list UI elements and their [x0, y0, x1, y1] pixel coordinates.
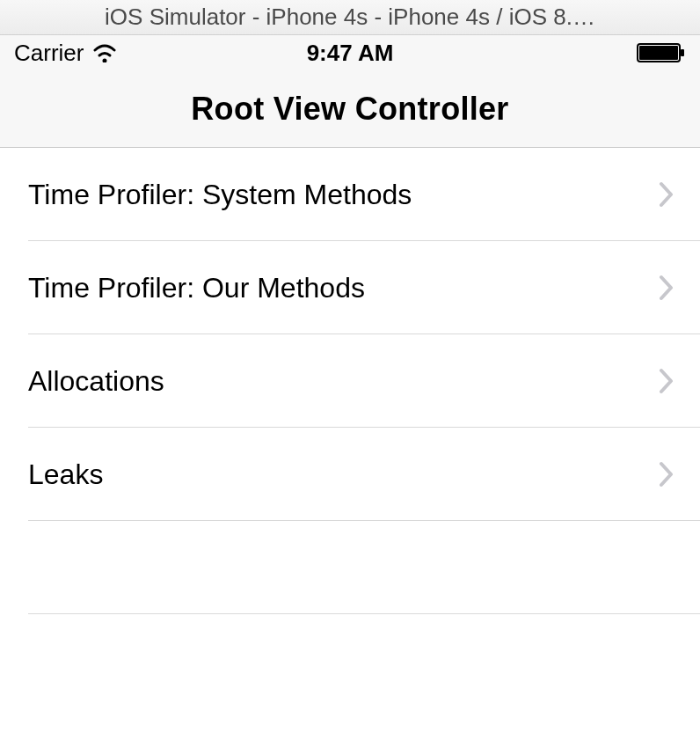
status-time: 9:47 AM: [307, 40, 394, 67]
status-right: [637, 42, 686, 63]
chevron-right-icon: [658, 461, 675, 487]
table-view: Time Profiler: System Methods Time Profi…: [0, 148, 700, 614]
row-time-profiler-system[interactable]: Time Profiler: System Methods: [0, 148, 700, 241]
wifi-icon: [92, 43, 117, 62]
chevron-right-icon: [658, 368, 675, 394]
svg-rect-2: [681, 49, 684, 56]
row-label: Time Profiler: Our Methods: [28, 272, 365, 304]
window-title: iOS Simulator - iPhone 4s - iPhone 4s / …: [105, 4, 595, 31]
row-time-profiler-our[interactable]: Time Profiler: Our Methods: [0, 241, 700, 334]
window-titlebar: iOS Simulator - iPhone 4s - iPhone 4s / …: [0, 0, 700, 35]
page-title: Root View Controller: [191, 91, 508, 128]
svg-rect-1: [639, 46, 678, 60]
row-label: Leaks: [28, 458, 103, 491]
status-left: Carrier: [14, 40, 117, 67]
row-empty[interactable]: [0, 521, 700, 614]
row-label: Allocations: [28, 365, 164, 398]
row-leaks[interactable]: Leaks: [0, 428, 700, 521]
navigation-bar: Root View Controller: [0, 70, 700, 148]
status-bar: Carrier 9:47 AM: [0, 35, 700, 70]
row-label: Time Profiler: System Methods: [28, 179, 412, 211]
carrier-label: Carrier: [14, 40, 84, 67]
row-allocations[interactable]: Allocations: [0, 334, 700, 428]
chevron-right-icon: [658, 275, 675, 301]
chevron-right-icon: [658, 181, 675, 208]
battery-icon: [637, 42, 686, 63]
